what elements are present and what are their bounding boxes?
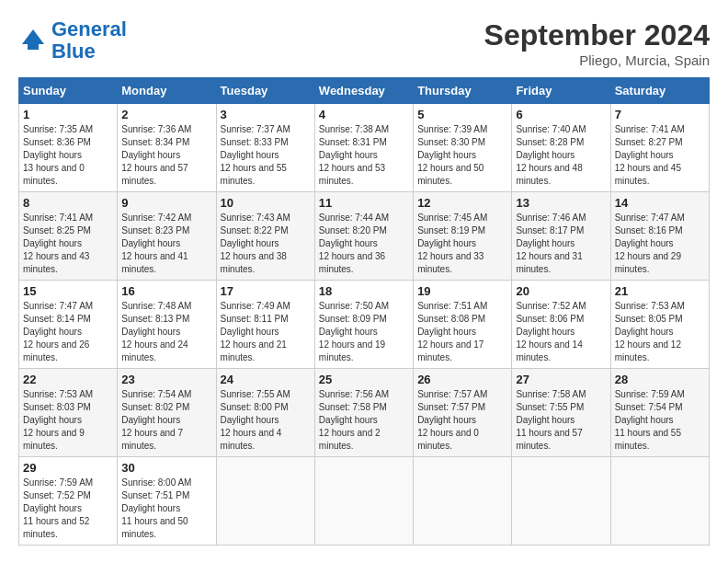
calendar-cell: 26 Sunrise: 7:57 AM Sunset: 7:57 PM Dayl…: [414, 369, 512, 457]
calendar-cell: 9 Sunrise: 7:42 AM Sunset: 8:23 PM Dayli…: [118, 192, 216, 281]
day-info: Sunrise: 7:53 AM Sunset: 8:03 PM Dayligh…: [23, 388, 113, 453]
calendar-cell: 3 Sunrise: 7:37 AM Sunset: 8:33 PM Dayli…: [216, 104, 314, 192]
day-number: 27: [516, 373, 606, 386]
col-saturday: Saturday: [610, 78, 709, 104]
calendar-cell: 27 Sunrise: 7:58 AM Sunset: 7:55 PM Dayl…: [512, 369, 610, 457]
calendar-cell: 10 Sunrise: 7:43 AM Sunset: 8:22 PM Dayl…: [216, 192, 314, 281]
calendar-cell: 6 Sunrise: 7:40 AM Sunset: 8:28 PM Dayli…: [512, 104, 610, 192]
day-number: 25: [319, 373, 409, 386]
day-info: Sunrise: 7:53 AM Sunset: 8:05 PM Dayligh…: [615, 300, 705, 364]
calendar-cell: 4 Sunrise: 7:38 AM Sunset: 8:31 PM Dayli…: [314, 104, 413, 192]
day-info: Sunrise: 7:51 AM Sunset: 8:08 PM Dayligh…: [417, 300, 507, 364]
page-header: General Blue September 2024 Pliego, Murc…: [18, 18, 710, 68]
day-info: Sunrise: 7:41 AM Sunset: 8:25 PM Dayligh…: [23, 212, 113, 276]
day-number: 26: [417, 373, 507, 386]
calendar-week-row: 22 Sunrise: 7:53 AM Sunset: 8:03 PM Dayl…: [19, 369, 710, 457]
title-block: September 2024 Pliego, Murcia, Spain: [484, 18, 710, 68]
day-info: Sunrise: 7:50 AM Sunset: 8:09 PM Dayligh…: [319, 300, 409, 364]
day-info: Sunrise: 7:39 AM Sunset: 8:30 PM Dayligh…: [417, 123, 507, 188]
day-number: 6: [516, 108, 606, 121]
calendar-cell: 25 Sunrise: 7:56 AM Sunset: 7:58 PM Dayl…: [314, 369, 413, 457]
day-info: Sunrise: 7:56 AM Sunset: 7:58 PM Dayligh…: [319, 388, 409, 453]
day-number: 10: [221, 196, 311, 210]
calendar-cell: 13 Sunrise: 7:46 AM Sunset: 8:17 PM Dayl…: [512, 192, 610, 281]
calendar-cell: [414, 457, 512, 546]
calendar-cell: 11 Sunrise: 7:44 AM Sunset: 8:20 PM Dayl…: [314, 192, 413, 281]
day-info: Sunrise: 7:47 AM Sunset: 8:16 PM Dayligh…: [615, 212, 705, 276]
day-info: Sunrise: 7:42 AM Sunset: 8:23 PM Dayligh…: [121, 212, 211, 276]
calendar-cell: [216, 457, 314, 546]
calendar-cell: 18 Sunrise: 7:50 AM Sunset: 8:09 PM Dayl…: [314, 281, 413, 369]
day-info: Sunrise: 7:59 AM Sunset: 7:52 PM Dayligh…: [23, 477, 113, 541]
day-number: 20: [516, 284, 606, 298]
col-wednesday: Wednesday: [314, 78, 413, 104]
col-friday: Friday: [512, 78, 610, 104]
calendar-week-row: 29 Sunrise: 7:59 AM Sunset: 7:52 PM Dayl…: [19, 457, 710, 546]
day-info: Sunrise: 7:52 AM Sunset: 8:06 PM Dayligh…: [516, 300, 606, 364]
day-info: Sunrise: 7:54 AM Sunset: 8:02 PM Dayligh…: [121, 388, 211, 453]
month-title: September 2024: [484, 18, 710, 52]
day-info: Sunrise: 7:40 AM Sunset: 8:28 PM Dayligh…: [516, 123, 606, 188]
weekday-header-row: Sunday Monday Tuesday Wednesday Thursday…: [19, 78, 710, 104]
col-tuesday: Tuesday: [216, 78, 314, 104]
calendar-cell: 7 Sunrise: 7:41 AM Sunset: 8:27 PM Dayli…: [610, 104, 709, 192]
day-info: Sunrise: 7:35 AM Sunset: 8:36 PM Dayligh…: [23, 123, 113, 188]
day-number: 7: [615, 108, 705, 121]
day-number: 2: [121, 108, 211, 121]
day-number: 17: [221, 284, 311, 298]
calendar-cell: 19 Sunrise: 7:51 AM Sunset: 8:08 PM Dayl…: [414, 281, 512, 369]
day-number: 11: [319, 196, 409, 210]
calendar-cell: 17 Sunrise: 7:49 AM Sunset: 8:11 PM Dayl…: [216, 281, 314, 369]
calendar-week-row: 8 Sunrise: 7:41 AM Sunset: 8:25 PM Dayli…: [19, 192, 710, 281]
day-info: Sunrise: 7:48 AM Sunset: 8:13 PM Dayligh…: [121, 300, 211, 364]
col-monday: Monday: [118, 78, 216, 104]
svg-rect-1: [28, 44, 39, 50]
day-number: 9: [121, 196, 211, 210]
calendar-cell: 5 Sunrise: 7:39 AM Sunset: 8:30 PM Dayli…: [414, 104, 512, 192]
day-number: 13: [516, 196, 606, 210]
day-number: 5: [417, 108, 507, 121]
day-number: 4: [319, 108, 409, 121]
calendar-week-row: 15 Sunrise: 7:47 AM Sunset: 8:14 PM Dayl…: [19, 281, 710, 369]
calendar-cell: 14 Sunrise: 7:47 AM Sunset: 8:16 PM Dayl…: [610, 192, 709, 281]
day-number: 29: [23, 461, 113, 475]
day-number: 19: [417, 284, 507, 298]
calendar-week-row: 1 Sunrise: 7:35 AM Sunset: 8:36 PM Dayli…: [19, 104, 710, 192]
day-info: Sunrise: 7:43 AM Sunset: 8:22 PM Dayligh…: [221, 212, 311, 276]
calendar-cell: 20 Sunrise: 7:52 AM Sunset: 8:06 PM Dayl…: [512, 281, 610, 369]
logo: General Blue: [18, 18, 127, 63]
day-number: 16: [121, 284, 211, 298]
day-info: Sunrise: 7:45 AM Sunset: 8:19 PM Dayligh…: [417, 212, 507, 276]
day-info: Sunrise: 7:37 AM Sunset: 8:33 PM Dayligh…: [221, 123, 311, 188]
calendar-cell: 30 Sunrise: 8:00 AM Sunset: 7:51 PM Dayl…: [118, 457, 216, 546]
day-number: 30: [121, 461, 211, 475]
day-number: 24: [221, 373, 311, 386]
day-number: 3: [221, 108, 311, 121]
col-sunday: Sunday: [19, 78, 118, 104]
calendar-cell: 8 Sunrise: 7:41 AM Sunset: 8:25 PM Dayli…: [19, 192, 118, 281]
day-number: 15: [23, 284, 113, 298]
day-info: Sunrise: 8:00 AM Sunset: 7:51 PM Dayligh…: [121, 477, 211, 541]
day-info: Sunrise: 7:57 AM Sunset: 7:57 PM Dayligh…: [417, 388, 507, 453]
svg-marker-0: [22, 29, 44, 44]
calendar-cell: 1 Sunrise: 7:35 AM Sunset: 8:36 PM Dayli…: [19, 104, 118, 192]
calendar-cell: 21 Sunrise: 7:53 AM Sunset: 8:05 PM Dayl…: [610, 281, 709, 369]
calendar-cell: [512, 457, 610, 546]
location: Pliego, Murcia, Spain: [484, 52, 710, 68]
day-info: Sunrise: 7:41 AM Sunset: 8:27 PM Dayligh…: [615, 123, 705, 188]
calendar-cell: 29 Sunrise: 7:59 AM Sunset: 7:52 PM Dayl…: [19, 457, 118, 546]
day-number: 23: [121, 373, 211, 386]
calendar-cell: 15 Sunrise: 7:47 AM Sunset: 8:14 PM Dayl…: [19, 281, 118, 369]
day-info: Sunrise: 7:49 AM Sunset: 8:11 PM Dayligh…: [221, 300, 311, 364]
day-number: 21: [615, 284, 705, 298]
calendar-cell: 23 Sunrise: 7:54 AM Sunset: 8:02 PM Dayl…: [118, 369, 216, 457]
calendar-cell: 12 Sunrise: 7:45 AM Sunset: 8:19 PM Dayl…: [414, 192, 512, 281]
col-thursday: Thursday: [414, 78, 512, 104]
day-info: Sunrise: 7:55 AM Sunset: 8:00 PM Dayligh…: [221, 388, 311, 453]
day-info: Sunrise: 7:59 AM Sunset: 7:54 PM Dayligh…: [615, 388, 705, 453]
day-number: 8: [23, 196, 113, 210]
calendar-cell: 28 Sunrise: 7:59 AM Sunset: 7:54 PM Dayl…: [610, 369, 709, 457]
calendar-cell: 22 Sunrise: 7:53 AM Sunset: 8:03 PM Dayl…: [19, 369, 118, 457]
day-number: 14: [615, 196, 705, 210]
day-number: 1: [23, 108, 113, 121]
